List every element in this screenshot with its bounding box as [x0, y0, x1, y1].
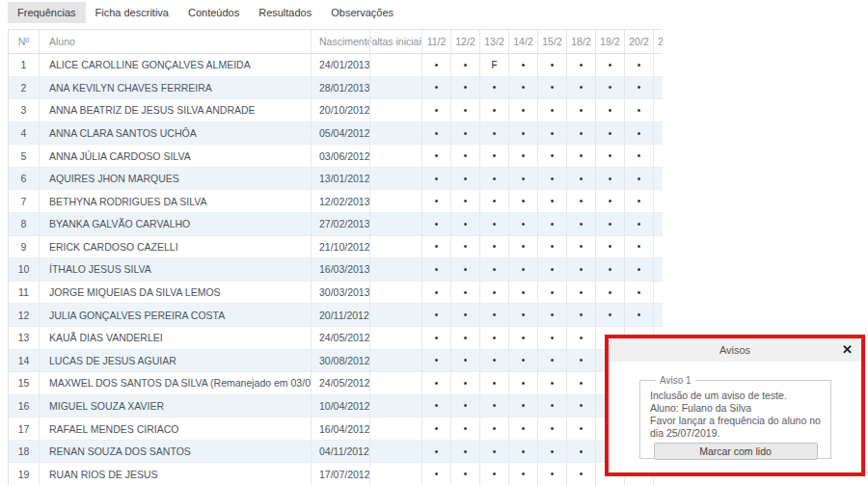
attendance-cell[interactable]: • [567, 122, 596, 145]
attendance-cell[interactable]: • [567, 441, 596, 463]
attendance-cell[interactable]: • [509, 463, 538, 485]
initial-absences-cell[interactable] [370, 304, 422, 326]
attendance-cell[interactable]: • [567, 99, 596, 121]
attendance-cell[interactable]: • [480, 99, 509, 121]
attendance-cell[interactable]: • [509, 77, 538, 99]
attendance-cell[interactable]: • [480, 77, 509, 99]
attendance-cell[interactable]: • [480, 327, 509, 349]
attendance-cell[interactable]: • [596, 304, 625, 326]
attendance-cell[interactable]: • [625, 304, 654, 326]
attendance-cell[interactable]: • [422, 77, 451, 99]
initial-absences-cell[interactable] [370, 282, 422, 304]
tab-resultados[interactable]: Resultados [249, 2, 321, 23]
attendance-cell[interactable]: • [451, 350, 480, 372]
attendance-cell[interactable]: • [625, 122, 654, 145]
attendance-cell[interactable]: • [422, 282, 451, 304]
attendance-cell[interactable]: F [480, 54, 509, 76]
attendance-cell[interactable]: • [422, 54, 451, 76]
attendance-cell[interactable]: • [538, 54, 567, 76]
tab-ficha-descritiva[interactable]: Ficha descritiva [86, 2, 178, 23]
attendance-cell[interactable]: • [480, 168, 509, 190]
attendance-cell[interactable]: • [451, 236, 480, 258]
initial-absences-cell[interactable] [370, 395, 422, 418]
attendance-cell[interactable]: • [509, 282, 538, 304]
attendance-cell[interactable]: • [509, 304, 538, 326]
attendance-cell[interactable]: • [480, 350, 509, 372]
attendance-cell[interactable]: • [567, 190, 596, 212]
attendance-cell[interactable]: • [451, 463, 480, 485]
attendance-cell[interactable]: • [480, 145, 509, 167]
initial-absences-cell[interactable] [370, 168, 422, 190]
attendance-cell[interactable]: • [567, 395, 596, 418]
attendance-cell[interactable]: • [625, 258, 654, 281]
attendance-cell[interactable]: • [596, 213, 625, 235]
attendance-cell[interactable]: • [451, 441, 480, 463]
attendance-cell[interactable]: • [422, 327, 451, 349]
attendance-cell[interactable]: • [451, 122, 480, 145]
attendance-cell[interactable]: • [509, 145, 538, 167]
initial-absences-cell[interactable] [370, 213, 422, 235]
attendance-cell[interactable]: • [422, 122, 451, 145]
attendance-cell[interactable]: • [596, 77, 625, 99]
attendance-cell[interactable]: • [422, 463, 451, 485]
attendance-cell[interactable]: • [451, 54, 480, 76]
attendance-cell[interactable]: • [451, 372, 480, 394]
attendance-cell[interactable]: • [422, 258, 451, 281]
initial-absences-cell[interactable] [370, 190, 422, 212]
attendance-cell[interactable]: • [538, 441, 567, 463]
attendance-cell[interactable]: • [451, 282, 480, 304]
attendance-cell[interactable]: • [422, 372, 451, 394]
attendance-cell[interactable]: • [625, 213, 654, 235]
attendance-cell[interactable]: • [538, 327, 567, 349]
initial-absences-cell[interactable] [370, 145, 422, 167]
attendance-cell[interactable]: • [509, 395, 538, 418]
attendance-cell[interactable]: • [538, 372, 567, 394]
attendance-cell[interactable]: • [538, 77, 567, 99]
attendance-cell[interactable]: • [596, 168, 625, 190]
attendance-cell[interactable]: • [625, 236, 654, 258]
attendance-cell[interactable]: • [567, 236, 596, 258]
attendance-cell[interactable]: • [567, 77, 596, 99]
attendance-cell[interactable]: • [451, 213, 480, 235]
attendance-cell[interactable]: • [538, 236, 567, 258]
attendance-cell[interactable]: • [567, 463, 596, 485]
attendance-cell[interactable]: • [509, 54, 538, 76]
attendance-cell[interactable]: • [422, 350, 451, 372]
attendance-cell[interactable]: • [509, 372, 538, 394]
attendance-cell[interactable]: • [422, 304, 451, 326]
mark-read-button[interactable]: Marcar com lido [654, 443, 818, 460]
attendance-cell[interactable]: • [625, 99, 654, 121]
attendance-cell[interactable]: • [451, 190, 480, 212]
attendance-cell[interactable]: • [451, 258, 480, 281]
attendance-cell[interactable]: • [509, 190, 538, 212]
attendance-cell[interactable]: • [509, 441, 538, 463]
attendance-cell[interactable]: • [480, 463, 509, 485]
initial-absences-cell[interactable] [370, 418, 422, 440]
attendance-cell[interactable]: • [422, 168, 451, 190]
attendance-cell[interactable]: • [625, 282, 654, 304]
initial-absences-cell[interactable] [370, 463, 422, 485]
attendance-cell[interactable]: • [422, 213, 451, 235]
attendance-cell[interactable]: • [451, 304, 480, 326]
attendance-cell[interactable]: • [538, 145, 567, 167]
attendance-cell[interactable]: • [567, 350, 596, 372]
attendance-cell[interactable]: • [596, 282, 625, 304]
initial-absences-cell[interactable] [370, 372, 422, 394]
attendance-cell[interactable]: • [509, 418, 538, 440]
attendance-cell[interactable]: • [567, 327, 596, 349]
initial-absences-cell[interactable] [370, 122, 422, 145]
attendance-cell[interactable]: • [451, 418, 480, 440]
attendance-cell[interactable]: • [538, 122, 567, 145]
attendance-cell[interactable]: • [451, 145, 480, 167]
attendance-cell[interactable]: • [422, 395, 451, 418]
attendance-cell[interactable]: • [451, 395, 480, 418]
attendance-cell[interactable]: • [480, 395, 509, 418]
attendance-cell[interactable]: • [567, 258, 596, 281]
attendance-cell[interactable]: • [567, 372, 596, 394]
attendance-cell[interactable]: • [567, 418, 596, 440]
attendance-cell[interactable]: • [538, 418, 567, 440]
attendance-cell[interactable]: • [480, 441, 509, 463]
attendance-cell[interactable]: • [538, 168, 567, 190]
attendance-cell[interactable]: • [422, 99, 451, 121]
attendance-cell[interactable]: • [422, 145, 451, 167]
